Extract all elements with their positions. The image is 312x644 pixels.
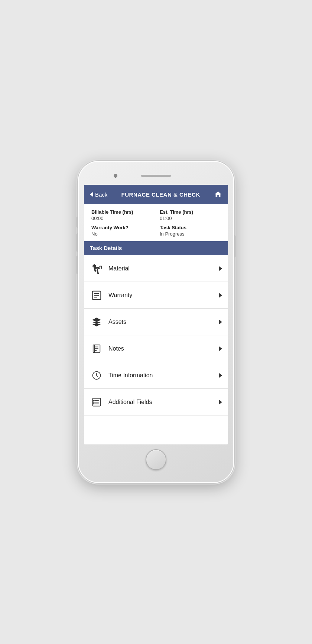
task-details-label: Task Details (90, 245, 122, 251)
warranty-label: Warranty (108, 292, 219, 299)
notes-label: Notes (108, 345, 219, 352)
nav-bar: Back FURNACE CLEAN & CHECK (84, 185, 228, 204)
phone-top (84, 168, 228, 183)
volume-down-button[interactable] (77, 256, 78, 274)
chevron-right-icon-assets (219, 319, 222, 325)
warranty-work-block: Warranty Work? No (91, 225, 152, 237)
menu-item-time-information[interactable]: Time Information (84, 362, 228, 389)
est-time-block: Est. Time (hrs) 01:00 (160, 209, 221, 221)
chevron-left-icon (90, 192, 93, 197)
front-camera (114, 174, 117, 178)
menu-item-notes[interactable]: Notes (84, 335, 228, 362)
chevron-right-icon-material (219, 266, 222, 271)
warranty-icon (90, 289, 103, 302)
clock-icon (90, 369, 103, 382)
task-status-block: Task Status In Progress (160, 225, 221, 237)
earpiece-speaker (141, 175, 171, 177)
screen: Back FURNACE CLEAN & CHECK Billable Time… (84, 185, 228, 444)
mute-switch[interactable] (77, 217, 78, 228)
billable-time-block: Billable Time (hrs) 00:00 (91, 209, 152, 221)
additional-fields-icon (90, 395, 103, 409)
menu-item-additional-fields[interactable]: Additional Fields (84, 389, 228, 415)
menu-item-warranty[interactable]: Warranty (84, 282, 228, 309)
assets-icon (90, 315, 103, 329)
material-label: Material (108, 265, 219, 272)
menu-list: Material Warranty (84, 255, 228, 444)
chevron-right-icon-notes (219, 346, 222, 351)
phone-shell: Back FURNACE CLEAN & CHECK Billable Time… (78, 161, 234, 483)
home-hardware-button[interactable] (146, 449, 166, 470)
info-section: Billable Time (hrs) 00:00 Est. Time (hrs… (84, 204, 228, 241)
task-status-label: Task Status (160, 225, 221, 230)
task-status-value: In Progress (160, 231, 221, 237)
billable-time-value: 00:00 (91, 216, 152, 221)
chevron-right-icon-warranty (219, 293, 222, 298)
power-button[interactable] (234, 235, 235, 257)
assets-label: Assets (108, 319, 219, 325)
back-button[interactable]: Back (90, 191, 107, 198)
time-information-label: Time Information (108, 372, 219, 379)
est-time-label: Est. Time (hrs) (160, 209, 221, 215)
home-button-nav[interactable] (214, 190, 222, 198)
wrench-icon (90, 262, 103, 275)
menu-item-assets[interactable]: Assets (84, 309, 228, 335)
info-grid: Billable Time (hrs) 00:00 Est. Time (hrs… (91, 209, 221, 237)
chevron-right-icon-time (219, 373, 222, 378)
warranty-work-label: Warranty Work? (91, 225, 152, 230)
est-time-value: 01:00 (160, 216, 221, 221)
volume-up-button[interactable] (77, 233, 78, 252)
page-title: FURNACE CLEAN & CHECK (107, 191, 214, 198)
chevron-right-icon-additional (219, 400, 222, 405)
menu-item-material[interactable]: Material (84, 255, 228, 282)
additional-fields-label: Additional Fields (108, 399, 219, 405)
notes-icon (90, 342, 103, 355)
task-details-header: Task Details (84, 241, 228, 255)
back-label: Back (95, 191, 107, 198)
warranty-work-value: No (91, 231, 152, 237)
phone-bottom (146, 447, 166, 473)
billable-time-label: Billable Time (hrs) (91, 209, 152, 215)
